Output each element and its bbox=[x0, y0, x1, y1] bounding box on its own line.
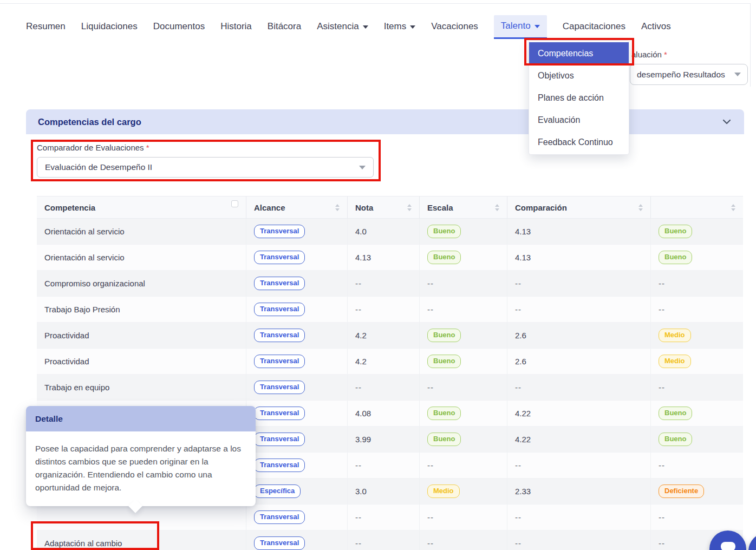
comparacion-value: -- bbox=[515, 279, 522, 288]
comparacion-escala-badge: Bueno bbox=[659, 251, 692, 264]
nav-tab-liquidaciones[interactable]: Liquidaciones bbox=[81, 16, 138, 39]
table-row[interactable]: Transversal-------- bbox=[37, 505, 743, 531]
comparacion-value: 4.22 bbox=[515, 409, 531, 418]
cell-comparacion: 4.13 bbox=[507, 245, 651, 270]
table-row[interactable]: ProactividadTransversal4.2Bueno2.6Medio bbox=[37, 349, 743, 375]
sort-icon[interactable] bbox=[335, 204, 340, 211]
sort-icon[interactable] bbox=[495, 204, 499, 211]
nota-value: -- bbox=[355, 513, 362, 522]
cell-competencia: Compromiso organizacional bbox=[37, 271, 246, 296]
cell-comparacion: -- bbox=[507, 271, 651, 296]
cell-nota: 4.2 bbox=[348, 323, 420, 348]
escala-badge: Medio bbox=[427, 484, 460, 497]
table-row[interactable]: Compromiso organizacionalTransversal----… bbox=[37, 271, 743, 297]
evaluation-select-value: desempeño Resultados bbox=[637, 70, 725, 80]
comparacion-value: -- bbox=[515, 305, 522, 314]
comparacion-value: 2.33 bbox=[515, 487, 531, 496]
cell-comparacion-escala: Bueno bbox=[651, 219, 743, 244]
cell-comparacion-escala: -- bbox=[651, 271, 743, 296]
cell-escala: Bueno bbox=[420, 427, 507, 452]
sort-icon[interactable] bbox=[407, 204, 412, 211]
nav-tab-label: Resumen bbox=[26, 21, 66, 32]
table-row[interactable]: Orientación al servicioTransversal4.13Bu… bbox=[37, 245, 743, 271]
alcance-badge: Transversal bbox=[254, 329, 305, 342]
nav-tab-items[interactable]: Items bbox=[384, 16, 416, 39]
comparacion-escala-badge: Medio bbox=[659, 329, 691, 342]
table-row[interactable]: ProactividadTransversal4.2Bueno2.6Medio bbox=[37, 323, 743, 349]
cell-comparacion-escala: -- bbox=[651, 453, 743, 478]
cell-comparacion: -- bbox=[507, 505, 651, 530]
escala-value: -- bbox=[427, 539, 434, 548]
menu-item-objetivos[interactable]: Objetivos bbox=[529, 64, 629, 87]
cell-comparacion: 4.22 bbox=[507, 401, 651, 426]
escala-value: -- bbox=[427, 305, 434, 314]
cell-competencia: Orientación al servicio bbox=[37, 219, 246, 244]
competencia-value: Orientación al servicio bbox=[44, 227, 125, 236]
menu-item-competencias[interactable]: Competencias bbox=[529, 42, 629, 64]
column-header-label: Escala bbox=[427, 203, 453, 212]
sort-icon[interactable] bbox=[731, 204, 735, 211]
nav-tab-vacaciones[interactable]: Vacaciones bbox=[431, 16, 478, 39]
secondary-fab-button[interactable] bbox=[748, 533, 756, 550]
nav-tab-label: Historia bbox=[220, 21, 252, 32]
menu-item-feedback-continuo[interactable]: Feedback Continuo bbox=[529, 131, 629, 153]
escala-badge: Bueno bbox=[427, 329, 461, 342]
table-row[interactable]: Adaptación al cambioTransversal-------- bbox=[37, 531, 743, 550]
select-all-checkbox[interactable] bbox=[231, 200, 238, 207]
nav-tab-activos[interactable]: Activos bbox=[641, 16, 671, 39]
collapse-chevron-icon[interactable] bbox=[721, 116, 732, 127]
comparador-select[interactable]: Evaluación de Desempeño II bbox=[37, 157, 374, 178]
cell-escala: Medio bbox=[420, 479, 507, 504]
comparacion-value: -- bbox=[515, 539, 522, 548]
sort-icon[interactable] bbox=[638, 204, 643, 211]
nota-value: -- bbox=[355, 383, 362, 392]
nav-tab-talento[interactable]: Talento bbox=[494, 15, 547, 39]
nav-tab-documentos[interactable]: Documentos bbox=[153, 16, 205, 39]
nav-tab-historia[interactable]: Historia bbox=[220, 16, 252, 39]
menu-item-planes-de-acci-n[interactable]: Planes de acción bbox=[529, 87, 629, 109]
evaluation-select[interactable]: desempeño Resultados bbox=[630, 64, 748, 85]
nav-tab-bit-cora[interactable]: Bitácora bbox=[268, 16, 301, 39]
competencia-value: Compromiso organizacional bbox=[44, 279, 145, 288]
cell-escala: -- bbox=[420, 453, 507, 478]
cell-nota: -- bbox=[348, 271, 420, 296]
alcance-badge: Transversal bbox=[254, 510, 305, 523]
cell-comparacion-escala: -- bbox=[651, 297, 743, 322]
cell-comparacion-escala: Bueno bbox=[651, 401, 743, 426]
table-row[interactable]: Trabajo Bajo PresiónTransversal-------- bbox=[37, 297, 743, 323]
cell-escala: Bueno bbox=[420, 219, 507, 244]
table-row[interactable]: Trabajo en equipoTransversal-------- bbox=[37, 375, 743, 401]
comparacion-escala-value: -- bbox=[659, 383, 665, 392]
comparacion-escala-badge: Medio bbox=[659, 355, 691, 368]
cell-comparacion-escala: -- bbox=[651, 505, 743, 530]
nota-value: -- bbox=[355, 305, 362, 314]
caret-down-icon bbox=[535, 25, 540, 28]
nota-value: -- bbox=[355, 539, 362, 548]
cell-comparacion-escala: -- bbox=[651, 375, 743, 400]
table-row[interactable]: Orientación al servicioTransversal4.0Bue… bbox=[37, 219, 743, 245]
alcance-badge: Específica bbox=[254, 484, 301, 497]
cell-alcance: Transversal bbox=[246, 219, 348, 244]
nav-tab-resumen[interactable]: Resumen bbox=[26, 16, 66, 39]
comparacion-escala-value: -- bbox=[659, 279, 665, 288]
panel-header[interactable]: Competencias del cargo bbox=[26, 109, 744, 134]
cell-nota: 4.13 bbox=[348, 245, 420, 270]
nota-value: -- bbox=[355, 279, 362, 288]
cell-nota: -- bbox=[348, 453, 420, 478]
nav-tab-asistencia[interactable]: Asistencia bbox=[317, 16, 368, 39]
cell-nota: -- bbox=[348, 531, 420, 550]
cell-comparacion: -- bbox=[507, 453, 651, 478]
cell-escala: Bueno bbox=[420, 401, 507, 426]
escala-badge: Bueno bbox=[427, 225, 461, 238]
cell-alcance: Transversal bbox=[246, 401, 348, 426]
cell-alcance: Transversal bbox=[246, 375, 348, 400]
cell-comparacion: 2.33 bbox=[507, 479, 651, 504]
cell-nota: 3.99 bbox=[348, 427, 420, 452]
menu-item-evaluaci-n[interactable]: Evaluación bbox=[529, 109, 629, 131]
nav-tab-capacitaciones[interactable]: Capacitaciones bbox=[563, 16, 625, 39]
cell-escala: -- bbox=[420, 375, 507, 400]
chat-bubble-icon bbox=[721, 542, 735, 550]
comparacion-value: -- bbox=[515, 513, 522, 522]
cell-nota: 4.2 bbox=[348, 349, 420, 374]
competencia-value: Trabajo Bajo Presión bbox=[44, 305, 120, 314]
